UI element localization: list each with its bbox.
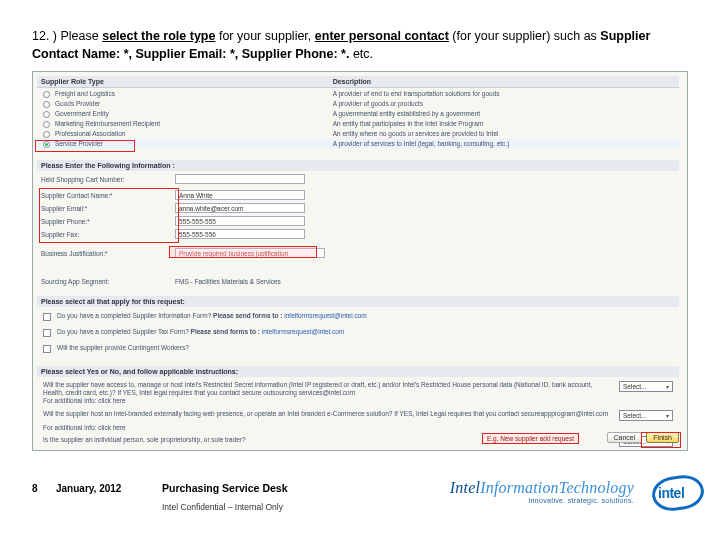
cancel-button[interactable]: Cancel — [607, 432, 643, 443]
email-link[interactable]: intelformsrequest@intel.com — [262, 328, 344, 335]
radio-icon[interactable] — [43, 91, 50, 98]
brand-text: IntelInformationTechnology Innovative. s… — [450, 479, 634, 504]
sourcing-segment-row: Sourcing App Segment:FMS - Facilities Ma… — [41, 278, 281, 285]
section-select-apply: Please select all that apply for this re… — [37, 296, 679, 307]
role-row[interactable]: Government EntityA governmental entity e… — [37, 108, 679, 118]
select-dropdown[interactable]: Select...▾ — [619, 410, 673, 421]
role-type-table: Supplier Role Type Description Freight a… — [37, 76, 679, 148]
checkbox-icon[interactable] — [43, 313, 51, 321]
checkbox-icon[interactable] — [43, 345, 51, 353]
section-yes-no: Please select Yes or No, and follow appl… — [37, 366, 679, 377]
footer-title: Purchasing Service Desk — [162, 482, 287, 494]
check-contingent-workers: Will the supplier provide Contingent Wor… — [43, 344, 647, 353]
radio-icon[interactable] — [43, 111, 50, 118]
radio-icon[interactable] — [43, 121, 50, 128]
supplier-email-row: Supplier Email:*anna.white@acer.com — [41, 203, 305, 213]
select-dropdown[interactable]: Select...▾ — [619, 381, 673, 392]
yesno-web-presence: Will the supplier host an Intel-branded … — [43, 410, 673, 421]
slide-footer: 8 January, 2012 Purchasing Service Desk … — [32, 470, 704, 524]
check-supplier-info-form: Do you have a completed Supplier Informa… — [43, 312, 647, 321]
page-number: 8 — [32, 483, 38, 494]
role-row[interactable]: Marketing Reimbursement RecipientAn enti… — [37, 118, 679, 128]
supplier-phone-row: Supplier Phone:*555-555-555 — [41, 216, 305, 226]
section-enter-info: Please Enter the Following Information : — [37, 160, 679, 171]
supplier-contact-row: Supplier Contact Name:*Anna White — [41, 190, 305, 200]
col-role-type: Supplier Role Type — [41, 78, 333, 85]
radio-icon[interactable] — [43, 131, 50, 138]
supplier-phone-field[interactable]: 555-555-555 — [175, 216, 305, 226]
yesno-restricted-info: Will the supplier have access to, manage… — [43, 381, 673, 397]
footer-date: January, 2012 — [56, 483, 121, 494]
role-row[interactable]: Goods ProviderA provider of goods or pro… — [37, 98, 679, 108]
supplier-fax-field[interactable]: 555-555-556 — [175, 229, 305, 239]
embedded-form-screenshot: Supplier Role Type Description Freight a… — [32, 71, 688, 451]
radio-icon[interactable] — [43, 141, 50, 148]
finish-bar: E.g. New supplier add request Cancel Fin… — [37, 428, 679, 446]
email-link[interactable]: intelformsrequest@intel.com — [284, 312, 366, 319]
intel-logo-icon: intel — [652, 476, 704, 510]
held-cart-field[interactable] — [175, 174, 305, 184]
step-instruction: 12. ) Please select the role type for yo… — [32, 28, 688, 63]
col-description: Description — [333, 78, 675, 85]
hint-callout: E.g. New supplier add request — [482, 433, 579, 444]
chevron-down-icon: ▾ — [666, 412, 669, 419]
role-row[interactable]: Freight and LogisticsA provider of end t… — [37, 88, 679, 98]
supplier-email-field[interactable]: anna.white@acer.com — [175, 203, 305, 213]
justification-row: Business Justification:*Provide required… — [41, 248, 325, 258]
footer-confidential: Intel Confidential – Internal Only — [162, 502, 283, 512]
supplier-contact-field[interactable]: Anna White — [175, 190, 305, 200]
check-supplier-tax-form: Do you have a completed Supplier Tax For… — [43, 328, 647, 337]
radio-icon[interactable] — [43, 101, 50, 108]
justification-field[interactable]: Provide required business justification — [175, 248, 325, 258]
checkbox-icon[interactable] — [43, 329, 51, 337]
role-row[interactable]: Professional AssociationAn entity where … — [37, 128, 679, 138]
finish-button[interactable]: Finish — [646, 432, 679, 443]
held-cart-row: Held Shopping Cart Number: — [41, 174, 305, 184]
supplier-fax-row: Supplier Fax:555-555-556 — [41, 229, 305, 239]
chevron-down-icon: ▾ — [666, 383, 669, 390]
yesno-r1-more[interactable]: For additional info: click here — [43, 397, 126, 404]
role-row-selected[interactable]: Service ProviderA provider of services t… — [37, 138, 679, 148]
